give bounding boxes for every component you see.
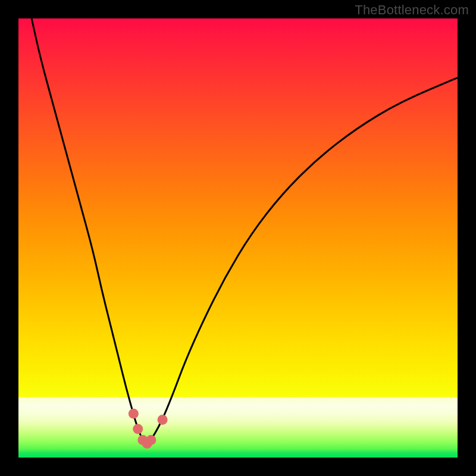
curve-marker — [133, 424, 143, 434]
chart-svg — [18, 18, 458, 458]
curve-marker — [129, 409, 139, 419]
watermark-text: TheBottleneck.com — [355, 2, 469, 18]
curve-markers — [129, 409, 168, 449]
bottleneck-curve — [32, 18, 458, 443]
chart-frame: TheBottleneck.com — [0, 0, 476, 476]
curve-marker — [158, 415, 168, 425]
chart-plot-area — [18, 18, 458, 458]
curve-marker — [146, 435, 156, 445]
